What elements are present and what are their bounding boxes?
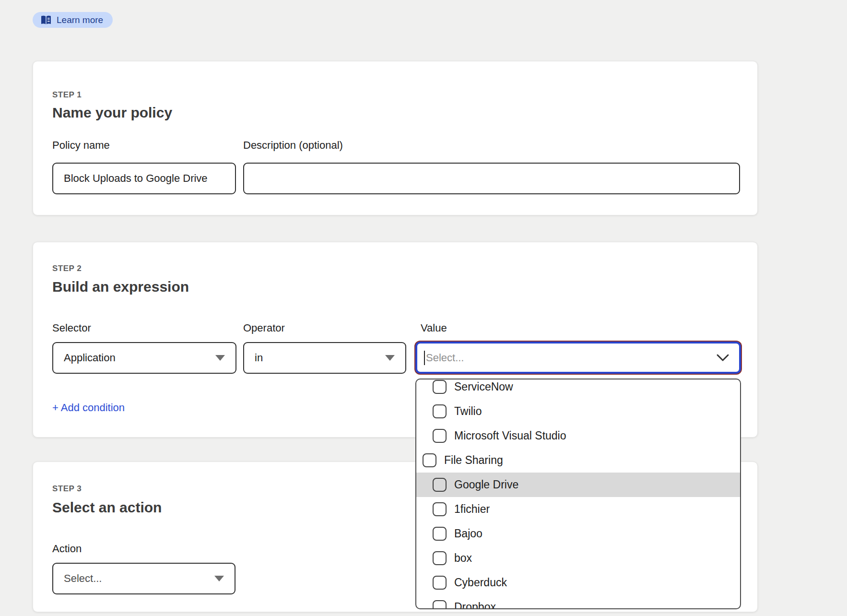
checkbox-icon[interactable]	[433, 404, 447, 418]
selector-label: Selector	[52, 322, 91, 334]
dropdown-option-servicenow[interactable]: ServiceNow	[416, 379, 740, 399]
value-dropdown-panel: ServiceNow Twilio Microsoft Visual Studi…	[415, 379, 741, 609]
dropdown-option-cyberduck[interactable]: Cyberduck	[416, 570, 740, 595]
value-dropdown-list: ServiceNow Twilio Microsoft Visual Studi…	[416, 379, 740, 609]
caret-down-icon	[385, 355, 395, 361]
step1-title: Name your policy	[52, 105, 172, 121]
dropdown-option-google-drive[interactable]: Google Drive	[416, 473, 740, 497]
book-icon	[40, 15, 52, 25]
option-label: Twilio	[454, 405, 482, 418]
step3-label: STEP 3	[52, 484, 82, 494]
action-placeholder: Select...	[64, 572, 102, 585]
operator-value: in	[255, 352, 263, 364]
description-input[interactable]	[243, 163, 740, 194]
operator-label: Operator	[243, 322, 285, 334]
add-condition-link[interactable]: + Add condition	[52, 402, 125, 414]
checkbox-icon[interactable]	[423, 453, 436, 467]
option-label: box	[454, 552, 472, 565]
learn-more-label: Learn more	[57, 15, 103, 25]
option-label: Google Drive	[454, 478, 518, 491]
policy-name-input[interactable]: Block Uploads to Google Drive	[52, 163, 236, 194]
checkbox-icon[interactable]	[433, 429, 447, 443]
step1-card: STEP 1 Name your policy Policy name Desc…	[33, 61, 758, 215]
checkbox-icon[interactable]	[433, 527, 447, 541]
dropdown-option-bajoo[interactable]: Bajoo	[416, 521, 740, 546]
text-cursor	[424, 351, 425, 365]
caret-down-icon	[215, 355, 225, 361]
dropdown-group-file-sharing[interactable]: File Sharing	[416, 448, 740, 473]
option-label: ServiceNow	[454, 380, 513, 393]
value-label: Value	[421, 322, 447, 334]
dropdown-option-twilio[interactable]: Twilio	[416, 399, 740, 424]
dropdown-option-microsoft-visual-studio[interactable]: Microsoft Visual Studio	[416, 424, 740, 448]
learn-more-button[interactable]: Learn more	[33, 12, 113, 28]
option-label: File Sharing	[444, 454, 503, 467]
step1-label: STEP 1	[52, 90, 82, 100]
option-label: Cyberduck	[454, 576, 507, 589]
policy-builder-page: Learn more STEP 1 Name your policy Polic…	[0, 0, 847, 616]
action-label: Action	[52, 543, 82, 555]
value-placeholder: Select...	[426, 352, 716, 364]
option-label: 1fichier	[454, 503, 490, 516]
selector-value: Application	[64, 352, 116, 364]
value-combobox[interactable]: Select...	[415, 342, 741, 374]
checkbox-icon[interactable]	[433, 600, 447, 609]
step3-title: Select an action	[52, 499, 162, 516]
option-label: Bajoo	[454, 527, 482, 540]
checkbox-icon[interactable]	[433, 576, 447, 590]
dropdown-option-box[interactable]: box	[416, 546, 740, 570]
action-select[interactable]: Select...	[52, 563, 235, 594]
checkbox-icon[interactable]	[433, 478, 447, 492]
step2-label: STEP 2	[52, 264, 82, 273]
checkbox-icon[interactable]	[433, 502, 447, 516]
chevron-down-icon	[716, 354, 729, 362]
step2-title: Build an expression	[52, 279, 189, 295]
policy-name-label: Policy name	[52, 139, 110, 152]
checkbox-icon[interactable]	[433, 380, 447, 394]
dropdown-option-dropbox[interactable]: Dropbox	[416, 595, 740, 609]
operator-select[interactable]: in	[243, 342, 406, 374]
dropdown-option-1fichier[interactable]: 1fichier	[416, 497, 740, 521]
checkbox-icon[interactable]	[433, 551, 447, 565]
option-label: Microsoft Visual Studio	[454, 429, 566, 442]
policy-name-value: Block Uploads to Google Drive	[64, 172, 208, 185]
description-label: Description (optional)	[243, 139, 343, 152]
selector-select[interactable]: Application	[52, 342, 236, 374]
caret-down-icon	[214, 576, 224, 581]
option-label: Dropbox	[454, 601, 496, 609]
